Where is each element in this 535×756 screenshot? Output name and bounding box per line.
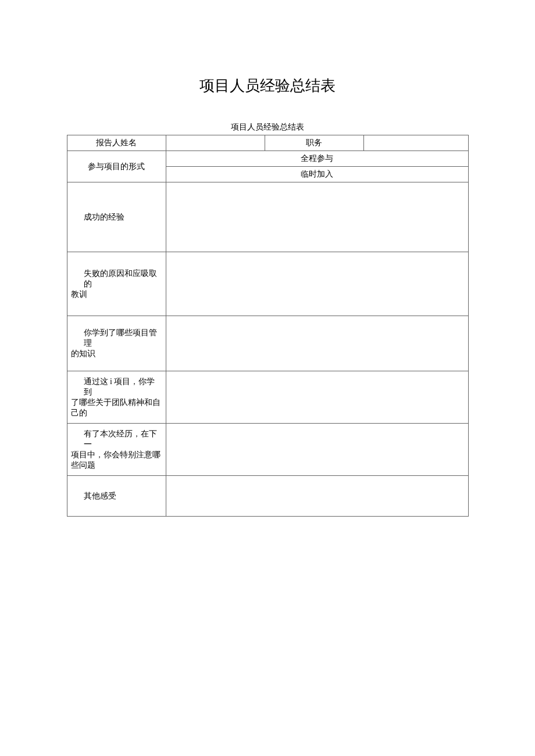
label-position: 职务 xyxy=(265,135,363,151)
label-next-attention-line2: 项目中，你会特别注意哪 xyxy=(71,450,162,460)
option-full-participation[interactable]: 全程参与 xyxy=(166,151,468,167)
option-temp-join[interactable]: 临时加入 xyxy=(166,167,468,182)
row-next-attention: 有了本次经历，在下一 项目中，你会特别注意哪 些问题 xyxy=(67,424,468,476)
value-position[interactable] xyxy=(363,135,468,151)
label-team-spirit: 通过这 i 项目，你学到 了哪些关于团队精神和自 己的 xyxy=(67,371,166,424)
value-next-attention[interactable] xyxy=(166,424,468,476)
value-success-experience[interactable] xyxy=(166,182,468,252)
experience-form-table: 报告人姓名 职务 参与项目的形式 全程参与 临时加入 成功的经验 失败的原因和应… xyxy=(67,135,469,517)
label-reporter-name: 报告人姓名 xyxy=(67,135,166,151)
row-team-spirit: 通过这 i 项目，你学到 了哪些关于团队精神和自 己的 xyxy=(67,371,468,424)
label-fail-reason: 失败的原因和应吸取的 教训 xyxy=(67,252,166,316)
row-participation-full: 参与项目的形式 全程参与 xyxy=(67,151,468,167)
row-reporter: 报告人姓名 职务 xyxy=(67,135,468,151)
row-success-experience: 成功的经验 xyxy=(67,182,468,252)
label-team-spirit-line2: 了哪些关于团队精神和自 xyxy=(71,397,162,408)
label-pm-knowledge-line2: 的知识 xyxy=(71,349,162,359)
label-next-attention-line3: 些问题 xyxy=(71,460,162,471)
label-team-spirit-line3: 己的 xyxy=(71,408,162,418)
label-pm-knowledge: 你学到了哪些项目管理 的知识 xyxy=(67,316,166,371)
value-reporter-name[interactable] xyxy=(166,135,265,151)
label-participation-form: 参与项目的形式 xyxy=(67,151,166,182)
label-fail-reason-line2: 教训 xyxy=(71,289,162,300)
label-success-experience: 成功的经验 xyxy=(67,182,166,252)
label-team-spirit-line1: 通过这 i 项目，你学到 xyxy=(71,377,162,397)
value-team-spirit[interactable] xyxy=(166,371,468,424)
value-fail-reason[interactable] xyxy=(166,252,468,316)
label-other-feelings-text: 其他感受 xyxy=(71,491,162,501)
row-other-feelings: 其他感受 xyxy=(67,476,468,517)
row-pm-knowledge: 你学到了哪些项目管理 的知识 xyxy=(67,316,468,371)
label-next-attention-line1: 有了本次经历，在下一 xyxy=(71,429,162,450)
label-fail-reason-line1: 失败的原因和应吸取的 xyxy=(71,268,162,289)
table-caption: 项目人员经验总结表 xyxy=(0,122,535,132)
label-next-attention: 有了本次经历，在下一 项目中，你会特别注意哪 些问题 xyxy=(67,424,166,476)
label-pm-knowledge-line1: 你学到了哪些项目管理 xyxy=(71,328,162,349)
row-fail-reason: 失败的原因和应吸取的 教训 xyxy=(67,252,468,316)
value-other-feelings[interactable] xyxy=(166,476,468,517)
label-other-feelings: 其他感受 xyxy=(67,476,166,517)
label-success-experience-text: 成功的经验 xyxy=(71,212,162,223)
value-pm-knowledge[interactable] xyxy=(166,316,468,371)
page-title: 项目人员经验总结表 xyxy=(0,76,535,96)
